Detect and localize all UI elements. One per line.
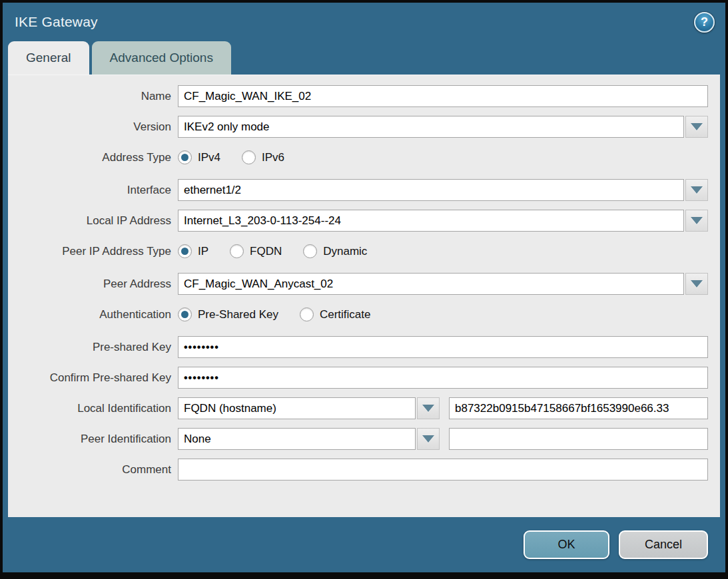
address-type-ipv4-option-label[interactable]: IPv4 xyxy=(198,151,220,164)
address-type-row: Address Type IPv4 IPv6 xyxy=(8,146,708,168)
interface-dropdown-button[interactable] xyxy=(685,179,708,201)
ok-button[interactable]: OK xyxy=(524,530,609,559)
local-ip-address-select[interactable] xyxy=(178,210,684,232)
pre-shared-key-row: Pre-shared Key xyxy=(8,336,708,358)
comment-label: Comment xyxy=(8,463,178,477)
confirm-pre-shared-key-row: Confirm Pre-shared Key xyxy=(8,367,708,389)
local-ip-address-dropdown-button[interactable] xyxy=(685,210,708,232)
dialog-header: IKE Gateway ? xyxy=(3,3,725,41)
dialog-title: IKE Gateway xyxy=(15,14,694,30)
interface-row: Interface xyxy=(8,179,708,201)
general-tab-panel: Name Version Address Type xyxy=(8,75,720,517)
peer-address-select[interactable] xyxy=(178,273,684,295)
peer-ip-type-dynamic-radio[interactable] xyxy=(303,244,317,258)
authentication-certificate-option-label[interactable]: Certificate xyxy=(320,308,371,321)
chevron-down-icon xyxy=(422,435,434,443)
pre-shared-key-input[interactable] xyxy=(178,336,708,358)
help-icon[interactable]: ? xyxy=(694,12,715,33)
version-select[interactable] xyxy=(178,116,684,138)
peer-ip-address-type-row: Peer IP Address Type IP FQDN Dynamic xyxy=(8,240,708,262)
authentication-psk-option-label[interactable]: Pre-Shared Key xyxy=(198,308,278,321)
comment-input[interactable] xyxy=(178,459,708,481)
address-type-ipv6-radio[interactable] xyxy=(242,150,256,164)
peer-identification-label: Peer Identification xyxy=(8,433,178,446)
peer-address-label: Peer Address xyxy=(8,278,178,291)
name-label: Name xyxy=(8,90,178,103)
comment-row: Comment xyxy=(8,459,708,481)
local-identification-label: Local Identification xyxy=(8,402,178,415)
confirm-pre-shared-key-label: Confirm Pre-shared Key xyxy=(8,371,178,385)
address-type-ipv4-radio[interactable] xyxy=(178,150,192,164)
peer-address-row: Peer Address xyxy=(8,273,708,295)
interface-label: Interface xyxy=(8,184,178,197)
local-identification-type-select[interactable] xyxy=(178,397,416,419)
peer-ip-type-dynamic-option-label[interactable]: Dynamic xyxy=(323,245,367,258)
cancel-button[interactable]: Cancel xyxy=(619,530,708,559)
local-ip-address-row: Local IP Address xyxy=(8,210,708,232)
local-identification-dropdown-button[interactable] xyxy=(417,397,440,419)
peer-ip-type-ip-option-label[interactable]: IP xyxy=(198,245,208,258)
dialog-footer: OK Cancel xyxy=(3,517,725,572)
local-identification-value-input[interactable] xyxy=(449,397,708,419)
chevron-down-icon xyxy=(691,186,703,194)
authentication-certificate-radio[interactable] xyxy=(300,307,314,321)
chevron-down-icon xyxy=(691,280,703,288)
local-identification-row: Local Identification xyxy=(8,397,708,419)
ike-gateway-dialog: IKE Gateway ? General Advanced Options N… xyxy=(3,3,725,572)
peer-identification-dropdown-button[interactable] xyxy=(417,428,440,450)
peer-ip-address-type-label: Peer IP Address Type xyxy=(8,245,178,258)
local-ip-address-label: Local IP Address xyxy=(8,214,178,228)
peer-ip-type-fqdn-option-label[interactable]: FQDN xyxy=(250,245,282,258)
window-frame: IKE Gateway ? General Advanced Options N… xyxy=(0,0,728,579)
tab-advanced-options[interactable]: Advanced Options xyxy=(92,41,231,75)
peer-address-dropdown-button[interactable] xyxy=(685,273,708,295)
version-row: Version xyxy=(8,116,708,138)
peer-ip-type-ip-radio[interactable] xyxy=(178,244,192,258)
address-type-label: Address Type xyxy=(8,151,178,164)
peer-identification-type-select[interactable] xyxy=(178,428,416,450)
pre-shared-key-label: Pre-shared Key xyxy=(8,341,178,354)
authentication-row: Authentication Pre-Shared Key Certificat… xyxy=(8,303,708,325)
chevron-down-icon xyxy=(691,123,703,130)
interface-select[interactable] xyxy=(178,179,684,201)
chevron-down-icon xyxy=(422,405,434,412)
version-dropdown-button[interactable] xyxy=(685,116,708,138)
tab-bar: General Advanced Options xyxy=(8,41,725,75)
peer-identification-value-input[interactable] xyxy=(449,428,708,450)
authentication-psk-radio[interactable] xyxy=(178,307,192,321)
authentication-label: Authentication xyxy=(8,308,178,321)
version-label: Version xyxy=(8,120,178,134)
address-type-ipv6-option-label[interactable]: IPv6 xyxy=(262,151,284,164)
name-input[interactable] xyxy=(178,85,708,107)
name-row: Name xyxy=(8,85,708,107)
peer-identification-row: Peer Identification xyxy=(8,428,708,450)
confirm-pre-shared-key-input[interactable] xyxy=(178,367,708,389)
peer-ip-type-fqdn-radio[interactable] xyxy=(230,244,244,258)
tab-general[interactable]: General xyxy=(8,41,89,75)
chevron-down-icon xyxy=(691,217,703,224)
